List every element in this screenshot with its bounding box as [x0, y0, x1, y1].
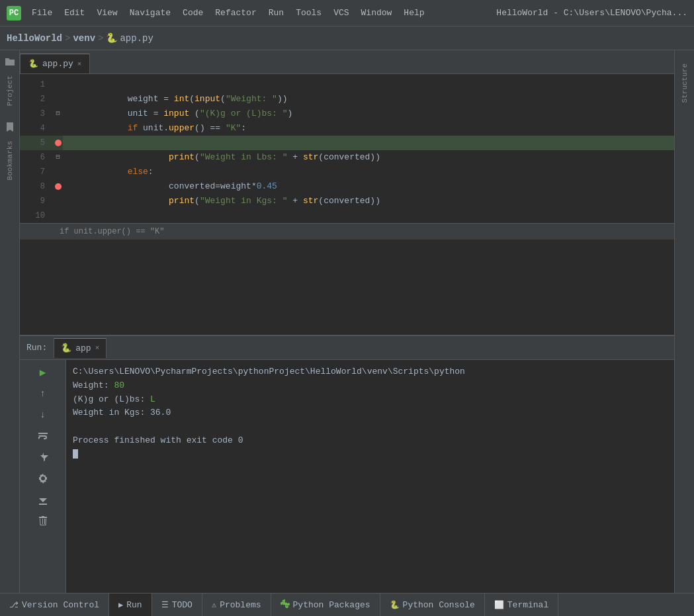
run-icon: ▶: [118, 600, 123, 610]
sidebar-bookmarks-label[interactable]: Bookmarks: [6, 141, 14, 180]
code-line-1: 1 weight = int(input("Weight: ")): [20, 77, 674, 92]
bottom-tab-python-console[interactable]: 🐍 Python Console: [380, 594, 485, 617]
menu-view[interactable]: View: [91, 5, 122, 21]
breakpoint-gutter-5[interactable]: [53, 136, 63, 150]
breakpoint-5[interactable]: [55, 140, 62, 146]
run-play-btn[interactable]: ▶: [34, 363, 52, 382]
problems-icon: ⚠: [212, 600, 216, 610]
code-lines: 1 weight = int(input("Weight: ")) 2 unit…: [20, 74, 674, 223]
menu-vcs[interactable]: VCS: [328, 5, 354, 21]
bottom-tab-version-control[interactable]: ⎇ Version Control: [0, 594, 109, 617]
menu-run[interactable]: Run: [263, 5, 289, 21]
hint-text: if unit.upper() == "K": [60, 227, 164, 236]
bottom-tab-terminal[interactable]: ⬜ Terminal: [485, 594, 558, 617]
menu-file[interactable]: File: [26, 5, 58, 21]
tab-python-icon: 🐍: [28, 59, 38, 69]
bottom-tab-run[interactable]: ▶ Run: [109, 594, 152, 617]
run-settings-btn[interactable]: [34, 469, 52, 488]
line-num-10: 10: [20, 208, 53, 223]
line-num-1: 1: [20, 77, 53, 92]
run-trash-btn[interactable]: [34, 511, 52, 530]
line-content-10[interactable]: [63, 208, 674, 223]
breadcrumb-bar: HelloWorld > venv > 🐍 app.py: [0, 26, 694, 50]
line-num-9: 9: [20, 194, 53, 208]
code-line-6: 6 ⊟ else:: [20, 150, 674, 165]
line-content-2[interactable]: unit = input ("(K)g or (L)bs: "): [63, 92, 674, 107]
run-toolbar: ▶ ↑ ↓: [20, 360, 66, 593]
bottom-tab-vc-label: Version Control: [22, 600, 99, 610]
bottom-tab-todo[interactable]: ☰ TODO: [152, 594, 202, 617]
line-content-1[interactable]: weight = int(input("Weight: ")): [63, 77, 674, 92]
code-line-7: 7 converted=weight*0.45: [20, 165, 674, 179]
bottom-tab-problems-label: Problems: [220, 600, 261, 610]
line-content-7[interactable]: converted=weight*0.45: [63, 165, 674, 179]
bottom-tab-todo-label: TODO: [172, 600, 193, 610]
tab-bar: 🐍 app.py ×: [20, 50, 674, 74]
sidebar-project-label[interactable]: Project: [6, 75, 14, 106]
code-line-8: 8 print("Weight in Kgs: " + str(converte…: [20, 179, 674, 194]
editor-tab-app-py[interactable]: 🐍 app.py ×: [20, 54, 90, 73]
run-tab-close-btn[interactable]: ×: [95, 344, 100, 352]
code-line-4: 4 converted=weight/0.45: [20, 121, 674, 136]
run-soft-wrap-btn[interactable]: [34, 427, 52, 445]
console-path-line: C:\Users\LENOVO\PycharmProjects\pythonPr…: [73, 365, 668, 379]
run-tab-app[interactable]: 🐍 app ×: [54, 338, 107, 358]
sidebar-folder-icon[interactable]: [2, 54, 18, 69]
code-editor[interactable]: 1 weight = int(input("Weight: ")) 2 unit…: [20, 74, 674, 335]
todo-icon: ☰: [161, 600, 169, 610]
breadcrumb-project[interactable]: HelloWorld: [7, 33, 62, 44]
menu-help[interactable]: Help: [398, 5, 429, 21]
run-scroll-down-btn[interactable]: ↓: [34, 406, 52, 424]
line-content-4[interactable]: converted=weight/0.45: [63, 121, 674, 136]
line-content-3[interactable]: if unit.upper() == "K":: [63, 107, 674, 121]
main-layout: Project Bookmarks 🐍 app.py × 1 we: [0, 50, 694, 593]
menu-tools[interactable]: Tools: [290, 5, 327, 21]
console-kg-label: (K)g or (L)bs:: [73, 394, 150, 404]
sidebar-structure-label[interactable]: Structure: [681, 64, 689, 103]
breakpoint-gutter-10: [53, 208, 63, 223]
line-content-8[interactable]: print("Weight in Kgs: " + str(converted)…: [63, 179, 674, 194]
console-output[interactable]: C:\Users\LENOVO\PycharmProjects\pythonPr…: [66, 360, 674, 593]
menu-bar: File Edit View Navigate Code Refactor Ru…: [26, 5, 496, 21]
run-scroll-end-btn[interactable]: [34, 490, 52, 509]
console-weight-line: Weight: 80: [73, 379, 668, 393]
run-content: ▶ ↑ ↓: [20, 360, 674, 593]
line-num-3: 3: [20, 107, 53, 121]
menu-navigate[interactable]: Navigate: [124, 5, 176, 21]
console-cursor: [73, 449, 78, 459]
console-kg-line: (K)g or (L)bs: L: [73, 393, 668, 407]
editor-area: 🐍 app.py × 1 weight = int(input("Weight:…: [20, 50, 674, 593]
run-tab-bar: Run: 🐍 app ×: [20, 336, 674, 360]
breakpoint-gutter-1: [53, 77, 63, 92]
run-pin-btn[interactable]: [34, 448, 52, 466]
console-blank-line: [73, 420, 668, 434]
version-control-icon: ⎇: [9, 600, 19, 610]
menu-window[interactable]: Window: [356, 5, 398, 21]
line-content-9[interactable]: [63, 194, 674, 208]
title-bar: PC File Edit View Navigate Code Refactor…: [0, 0, 694, 26]
tab-close-btn[interactable]: ×: [77, 60, 82, 68]
code-line-2: 2 unit = input ("(K)g or (L)bs: "): [20, 92, 674, 107]
right-sidebar: Structure: [674, 50, 694, 593]
bottom-tab-problems[interactable]: ⚠ Problems: [202, 594, 271, 617]
line-num-5: 5: [20, 136, 53, 150]
menu-edit[interactable]: Edit: [59, 5, 90, 21]
line-content-6[interactable]: else:: [63, 150, 674, 165]
breadcrumb-file-icon: 🐍: [106, 32, 117, 44]
menu-refactor[interactable]: Refactor: [210, 5, 261, 21]
bottom-tab-python-packages[interactable]: Python Packages: [271, 594, 380, 617]
code-line-10: 10: [20, 208, 674, 223]
run-scroll-up-btn[interactable]: ↑: [34, 384, 52, 403]
code-line-5: 5 print("Weight in Lbs: " + str(converte…: [20, 136, 674, 150]
breadcrumb-folder[interactable]: venv: [73, 33, 95, 44]
line-content-5[interactable]: print("Weight in Lbs: " + str(converted)…: [63, 136, 674, 150]
fold-icon-3[interactable]: ⊟: [56, 107, 60, 121]
menu-code[interactable]: Code: [177, 5, 208, 21]
bottom-tab-run-label: Run: [126, 600, 142, 610]
breadcrumb-sep2: >: [98, 33, 103, 44]
breadcrumb-file[interactable]: app.py: [120, 33, 153, 44]
line-num-8: 8: [20, 179, 53, 194]
fold-icon-6[interactable]: ⊟: [56, 150, 60, 165]
breakpoint-8[interactable]: [55, 183, 62, 190]
sidebar-bookmark-icon[interactable]: [2, 119, 18, 135]
